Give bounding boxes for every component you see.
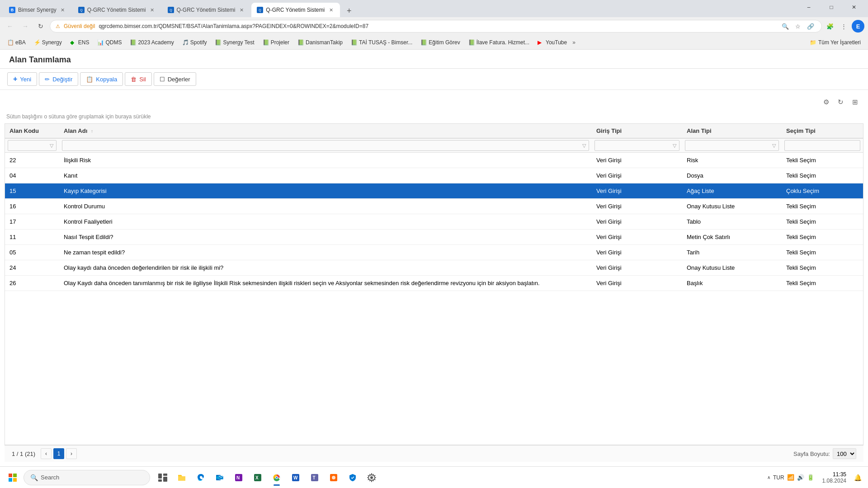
- maximize-button[interactable]: □: [821, 0, 842, 14]
- table-row[interactable]: 04 Kanıt Veri Girişi Dosya Tekli Seçim: [5, 168, 863, 183]
- browser-menu-button[interactable]: ⋮: [838, 21, 849, 32]
- extension-icon[interactable]: 🔗: [805, 21, 816, 32]
- col-header-giris-tipi[interactable]: Giriş Tipi: [592, 124, 682, 138]
- taskbar-search[interactable]: 🔍 Search: [24, 470, 150, 485]
- edit-button[interactable]: ✏ Değiştir: [39, 72, 78, 86]
- prev-page-button[interactable]: ‹: [41, 448, 52, 459]
- taskbar-app-edge[interactable]: [192, 469, 210, 487]
- page-size-select[interactable]: 100 50 25: [833, 448, 856, 459]
- bookmark-spotify[interactable]: 🎵 Spotify: [179, 37, 211, 48]
- next-page-button[interactable]: ›: [66, 448, 77, 459]
- bookmark-ens[interactable]: ◆ ENS: [66, 37, 93, 48]
- tab-2[interactable]: Q Q-GRC Yönetim Sistemi ✕: [73, 3, 161, 17]
- refresh-button[interactable]: ↻: [34, 20, 47, 33]
- table-row[interactable]: 22 İlişkili Risk Veri Girişi Risk Tekli …: [5, 153, 863, 168]
- filter-icon-alan-kodu: ▽: [50, 143, 53, 149]
- taskbar-app-custom1[interactable]: [325, 469, 343, 487]
- values-button[interactable]: ☐ Değerler: [154, 72, 196, 86]
- table-refresh-icon[interactable]: ↻: [835, 96, 846, 108]
- bookmark-tai[interactable]: 📗 TAİ TUSAŞ - Bimser...: [347, 37, 416, 48]
- filter-alan-kodu[interactable]: ▽: [8, 140, 57, 151]
- bookmark-egitim[interactable]: 📗 Eğitim Görev: [417, 37, 463, 48]
- page-1-button[interactable]: 1: [53, 448, 64, 459]
- bookmarks-folder[interactable]: 📁 Tüm Yer İşaretleri: [806, 38, 864, 47]
- cell-secim-tipi-4: Tekli Seçim: [782, 214, 863, 230]
- extensions-button[interactable]: 🧩: [825, 21, 835, 32]
- bookmark-youtube[interactable]: ▶ YouTube: [534, 37, 571, 48]
- bookmark-icon[interactable]: ☆: [793, 21, 803, 32]
- bookmark-eba[interactable]: 📋 eBA: [4, 37, 29, 48]
- cell-alan-tipi-7: Onay Kutusu Liste: [682, 260, 782, 276]
- table-area: ⚙ ↻ ⊞ Sütun başlığını o sütuna göre grup…: [0, 90, 868, 466]
- tab-3-close[interactable]: ✕: [238, 6, 245, 14]
- bookmark-synergy-test[interactable]: 📗 Synergy Test: [211, 37, 258, 48]
- minimize-button[interactable]: –: [798, 0, 819, 14]
- filter-row: ▽ ▽ ▽: [5, 138, 863, 153]
- tab-2-close[interactable]: ✕: [149, 6, 156, 14]
- table-settings-icon[interactable]: ⚙: [820, 96, 832, 108]
- table-row[interactable]: 24 Olay kaydı daha önceden değerlendiril…: [5, 260, 863, 276]
- cell-alan-kodu-2: 15: [5, 183, 59, 199]
- tab-3[interactable]: Q Q-GRC Yönetim Sistemi ✕: [162, 3, 251, 17]
- filter-giris-tipi[interactable]: ▽: [594, 140, 679, 151]
- bookmark-projeler[interactable]: 📗 Projeler: [259, 37, 293, 48]
- folder-icon: 📁: [810, 39, 816, 46]
- bookmark-2023academy[interactable]: 📗 2023 Academy: [126, 37, 177, 48]
- notifications-button[interactable]: 🔔: [851, 469, 864, 487]
- bookmark-qdms[interactable]: 📊 QDMS: [94, 37, 125, 48]
- taskbar-app-explorer[interactable]: [173, 469, 191, 487]
- cell-alan-kodu-5: 11: [5, 230, 59, 245]
- new-tab-button[interactable]: +: [343, 5, 355, 17]
- back-button[interactable]: ←: [4, 20, 16, 33]
- close-button[interactable]: ✕: [844, 0, 864, 14]
- filter-secim-tipi[interactable]: [784, 140, 860, 151]
- taskbar-app-word[interactable]: W: [287, 469, 305, 487]
- profile-button[interactable]: E: [852, 20, 864, 33]
- table-row[interactable]: 16 Kontrol Durumu Veri Girişi Onay Kutus…: [5, 199, 863, 214]
- tab-1-close[interactable]: ✕: [59, 6, 66, 14]
- cell-alan-kodu-1: 04: [5, 168, 59, 183]
- svg-rect-7: [13, 474, 17, 477]
- forward-button[interactable]: →: [19, 20, 32, 33]
- custom1-icon: [329, 473, 338, 482]
- table-layout-icon[interactable]: ⊞: [849, 96, 861, 108]
- tab-4[interactable]: Q Q-GRC Yönetim Sistemi ✕: [251, 3, 340, 17]
- taskbar-app-teams[interactable]: T: [306, 469, 324, 487]
- taskbar-app-taskview[interactable]: [154, 469, 172, 487]
- copy-button[interactable]: 📋 Kopyala: [80, 72, 123, 86]
- taskbar-app-settings[interactable]: [363, 469, 381, 487]
- filter-alan-tipi[interactable]: ▽: [685, 140, 779, 151]
- delete-button[interactable]: 🗑 Sil: [125, 72, 151, 86]
- bookmark-synergy[interactable]: ⚡ Synergy: [30, 37, 66, 48]
- taskbar-app-security[interactable]: [344, 469, 362, 487]
- start-button[interactable]: [4, 469, 22, 487]
- table-row[interactable]: 17 Kontrol Faaliyetleri Veri Girişi Tabl…: [5, 214, 863, 230]
- col-header-alan-adi[interactable]: Alan Adı ↑: [59, 124, 592, 138]
- taskbar-app-chrome[interactable]: [268, 469, 286, 487]
- taskbar-app-outlook[interactable]: [211, 469, 229, 487]
- tray-arrow-icon[interactable]: ∧: [767, 475, 770, 480]
- col-header-alan-kodu[interactable]: Alan Kodu: [5, 124, 59, 138]
- taskbar-app-onenote[interactable]: N: [230, 469, 248, 487]
- clock[interactable]: 11:35 1.08.2024: [820, 471, 849, 484]
- svg-rect-10: [158, 474, 162, 479]
- cell-alan-kodu-6: 05: [5, 245, 59, 260]
- table-row[interactable]: 26 Olay Kaydı daha önceden tanımlanmış b…: [5, 276, 863, 291]
- svg-rect-12: [163, 477, 167, 482]
- tab-1[interactable]: B Bimser Synergy ✕: [4, 3, 72, 17]
- search-icon[interactable]: 🔍: [780, 21, 791, 32]
- table-row[interactable]: 15 Kayıp Kategorisi Veri Girişi Ağaç Lis…: [5, 183, 863, 199]
- col-header-secim-tipi[interactable]: Seçim Tipi: [782, 124, 863, 138]
- url-bar[interactable]: ⚠ Güvenli değil qgrcdemo.bimser.com.tr/Q…: [50, 20, 822, 33]
- table-row[interactable]: 11 Nasıl Tespit Edildi? Veri Girişi Meti…: [5, 230, 863, 245]
- bookmarks-more-icon[interactable]: »: [572, 39, 576, 46]
- bookmark-danismantakip[interactable]: 📗 DanismanTakip: [294, 37, 346, 48]
- bookmark-ilave[interactable]: 📗 İlave Fatura. Hizmet...: [465, 37, 533, 48]
- taskbar-app-excel[interactable]: X: [249, 469, 267, 487]
- col-header-alan-tipi[interactable]: Alan Tipi: [682, 124, 782, 138]
- table-row[interactable]: 05 Ne zaman tespit edildi? Veri Girişi T…: [5, 245, 863, 260]
- new-button[interactable]: + Yeni: [7, 72, 37, 86]
- cell-alan-adi-3: Kontrol Durumu: [59, 199, 592, 214]
- filter-alan-adi[interactable]: ▽: [62, 140, 589, 151]
- tab-4-close[interactable]: ✕: [327, 6, 335, 14]
